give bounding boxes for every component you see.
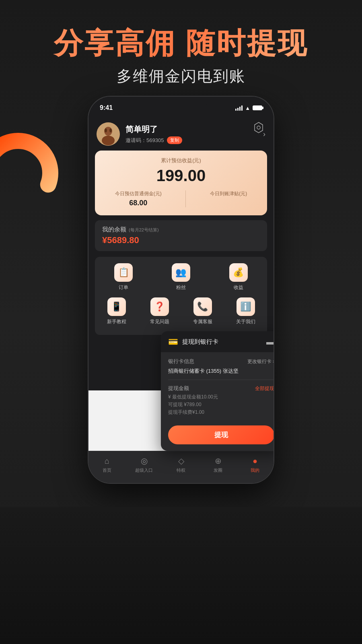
order-icon: 📋 <box>114 263 133 282</box>
faq-icon: ❓ <box>150 297 169 316</box>
available-amount: 可提现 ¥789.00 <box>168 401 274 408</box>
svg-point-4 <box>102 136 115 145</box>
menu-row-1: 📋 订单 👥 粉丝 💰 收益 <box>95 263 267 291</box>
bank-section-title: 银行卡信息 <box>168 358 194 365</box>
phone-mockup: 9:41 ▲ <box>88 97 274 483</box>
popup-header: 💳 提现到银行卡 ▬ <box>161 331 274 352</box>
user-info: 简单明了 邀请码：569305 复制 <box>125 124 263 144</box>
earnings-title: 累计预估收益(元) <box>103 157 259 164</box>
signal-icon <box>235 105 243 111</box>
invite-label: 邀请码：569305 <box>125 137 164 144</box>
commission-item: 今日预估普通佣金(元) 68.00 <box>115 190 162 207</box>
menu-earnings[interactable]: 💰 收益 <box>222 263 255 291</box>
menu-support[interactable]: 📞 专属客服 <box>187 297 219 325</box>
nav-home[interactable]: ⌂ 首页 <box>95 456 119 473</box>
nav-mine[interactable]: ● 我的 <box>243 456 267 473</box>
balance-label: 我的余额 <box>102 226 126 233</box>
menu-tutorial[interactable]: 📱 新手教程 <box>101 297 133 325</box>
privilege-icon: ◇ <box>178 456 184 466</box>
withdrawal-popup: 💳 提现到银行卡 ▬ 银行卡信息 更改银行卡 › 招商银行储蓄卡 (1355) … <box>161 331 274 451</box>
about-icon: ℹ️ <box>237 297 255 316</box>
privilege-label: 特权 <box>177 467 185 473</box>
user-profile: 简单明了 邀请码：569305 复制 › <box>88 116 274 151</box>
menu-fans[interactable]: 👥 粉丝 <box>165 263 197 291</box>
earnings-amount: 199.00 <box>103 167 259 185</box>
balance-row: 我的余额 (每月22号结算) ¥5689.80 <box>95 220 267 251</box>
svg-marker-0 <box>255 122 263 133</box>
min-note: ¥ 最低提现金额10.00元 <box>168 394 274 400</box>
withdraw-button[interactable]: 提现 <box>168 425 274 444</box>
tutorial-icon: 📱 <box>107 297 126 316</box>
fans-label: 粉丝 <box>176 284 186 291</box>
svg-point-1 <box>257 126 260 129</box>
circle-icon: ⊕ <box>215 456 222 466</box>
mine-label: 我的 <box>251 467 259 473</box>
settings-icon[interactable] <box>253 122 265 134</box>
commission-label: 今日预估普通佣金(元) <box>115 190 162 197</box>
menu-order[interactable]: 📋 订单 <box>107 263 140 291</box>
nav-privilege[interactable]: ◇ 特权 <box>169 456 193 473</box>
bank-info: 招商银行储蓄卡 (1355) 张达坚 <box>168 367 274 375</box>
menu-about[interactable]: ℹ️ 关于我们 <box>230 297 262 325</box>
faq-label: 常见问题 <box>150 318 169 325</box>
balance-amount: ¥5689.80 <box>102 235 159 246</box>
commission-value: 68.00 <box>115 199 162 207</box>
home-label: 首页 <box>103 467 111 473</box>
svg-point-5 <box>105 128 107 132</box>
phone-notch <box>155 97 207 109</box>
amount-section-title: 提现金额 <box>168 385 189 392</box>
earnings-icon: 💰 <box>229 263 248 282</box>
subsidy-label: 今日到账津贴(元) <box>210 190 247 197</box>
menu-grid: 📋 订单 👥 粉丝 💰 收益 📱 新手教程 ❓ <box>95 257 267 335</box>
avatar <box>97 122 120 146</box>
mine-icon: ● <box>253 456 257 466</box>
hero-section: 分享高佣 随时提现 多维佣金闪电到账 <box>0 24 362 87</box>
subsidy-item: 今日到账津贴(元) <box>210 190 247 207</box>
bottom-nav: ⌂ 首页 ◎ 超级入口 ◇ 特权 ⊕ 发圈 ● 我的 <box>88 451 274 483</box>
change-bank-btn[interactable]: 更改银行卡 › <box>247 358 274 365</box>
about-label: 关于我们 <box>236 318 255 325</box>
popup-body: 银行卡信息 更改银行卡 › 招商银行储蓄卡 (1355) 张达坚 提现金额 全部… <box>161 352 274 421</box>
user-name: 简单明了 <box>125 124 263 135</box>
home-icon: ⌂ <box>105 456 109 466</box>
balance-sublabel: (每月22号结算) <box>129 227 159 233</box>
full-withdraw-btn[interactable]: 全部提现 <box>255 385 274 392</box>
order-label: 订单 <box>119 284 128 291</box>
card-icon: ▬ <box>266 337 274 347</box>
menu-faq[interactable]: ❓ 常见问题 <box>144 297 176 325</box>
super-icon: ◎ <box>141 456 148 466</box>
hero-main-title: 分享高佣 随时提现 <box>0 24 362 63</box>
earnings-card: 累计预估收益(元) 199.00 今日预估普通佣金(元) 68.00 今日到账津… <box>95 151 267 215</box>
wallet-icon: 💳 <box>168 337 178 347</box>
status-icons: ▲ <box>235 105 262 111</box>
copy-button[interactable]: 复制 <box>167 136 182 144</box>
battery-icon <box>253 105 262 110</box>
super-label: 超级入口 <box>135 467 153 473</box>
wifi-icon: ▲ <box>245 105 250 111</box>
nav-super[interactable]: ◎ 超级入口 <box>132 456 156 473</box>
menu-row-2: 📱 新手教程 ❓ 常见问题 📞 专属客服 ℹ️ 关于我们 <box>95 297 267 325</box>
status-time: 9:41 <box>100 104 113 111</box>
circle-label: 发圈 <box>214 467 222 473</box>
support-label: 专属客服 <box>193 318 212 325</box>
nav-circle[interactable]: ⊕ 发圈 <box>206 456 230 473</box>
fee-note: 提现手续费¥1.00 <box>168 409 274 416</box>
support-icon: 📞 <box>193 297 212 316</box>
fans-icon: 👥 <box>172 263 190 282</box>
tutorial-label: 新手教程 <box>107 318 126 325</box>
svg-point-6 <box>109 128 112 132</box>
earnings-label: 收益 <box>234 284 243 291</box>
hero-sub-title: 多维佣金闪电到账 <box>0 66 362 87</box>
popup-title: 提现到银行卡 <box>182 338 218 346</box>
